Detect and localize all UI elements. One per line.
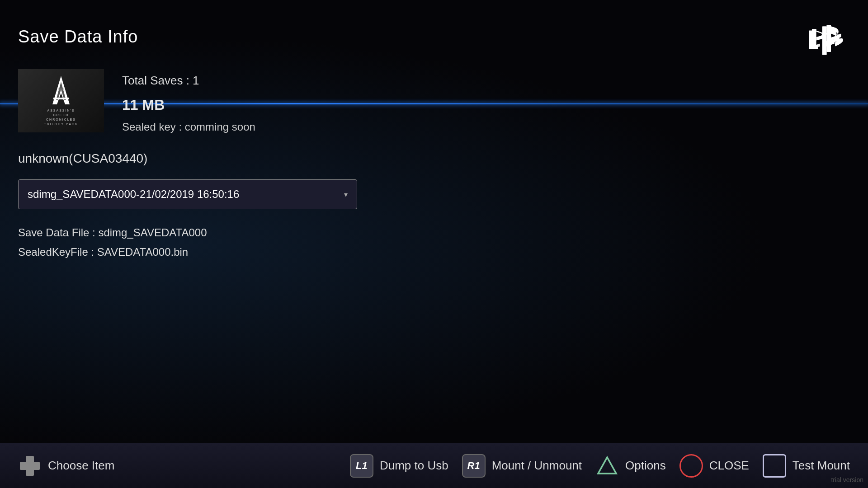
test-mount-label: Test Mount <box>793 459 850 473</box>
options-btn[interactable]: Options <box>595 454 666 478</box>
main-content: Save Data Info ASSASSIN'SCREEDC <box>0 0 868 443</box>
file-info: Save Data File : sdimg_SAVEDATA000 Seale… <box>18 223 850 262</box>
circle-icon <box>679 454 703 478</box>
close-btn[interactable]: CLOSE <box>679 454 749 478</box>
mount-unmount-btn[interactable]: R1 Mount / Unmount <box>462 454 582 478</box>
dropdown-value: sdimg_SAVEDATA000-21/02/2019 16:50:16 <box>28 188 239 201</box>
triangle-icon <box>595 454 619 478</box>
dropdown-container[interactable]: sdimg_SAVEDATA000-21/02/2019 16:50:16 ▾ <box>18 179 357 209</box>
svg-rect-9 <box>58 89 64 89</box>
save-data-file-label: Save Data File : sdimg_SAVEDATA000 <box>18 223 850 242</box>
r1-icon: R1 <box>462 454 486 478</box>
choose-item-btn[interactable]: Choose Item <box>18 454 114 478</box>
game-info-section: ASSASSIN'SCREEDCHRONICLESTRILOGY PACK To… <box>18 69 850 133</box>
savedata-dropdown[interactable]: sdimg_SAVEDATA000-21/02/2019 16:50:16 ▾ <box>18 179 357 209</box>
square-icon <box>763 454 786 478</box>
choose-item-label: Choose Item <box>48 459 114 473</box>
svg-rect-8 <box>53 98 69 99</box>
test-mount-btn[interactable]: Test Mount <box>763 454 850 478</box>
close-label: CLOSE <box>709 459 749 473</box>
sealed-key-file-label: SealedKeyFile : SAVEDATA000.bin <box>18 242 850 262</box>
dump-to-usb-btn[interactable]: L1 Dump to Usb <box>350 454 448 478</box>
page-title: Save Data Info <box>18 27 850 47</box>
game-id: unknown(CUSA03440) <box>18 151 850 166</box>
sealed-key: Sealed key : comming soon <box>122 121 850 133</box>
l1-icon: L1 <box>350 454 373 478</box>
game-thumbnail: ASSASSIN'SCREEDCHRONICLESTRILOGY PACK <box>18 69 104 132</box>
dropdown-arrow-icon: ▾ <box>344 190 348 199</box>
bottom-bar: Choose Item L1 Dump to Usb R1 Mount / Un… <box>0 443 868 488</box>
svg-marker-10 <box>598 457 616 474</box>
dump-to-usb-label: Dump to Usb <box>380 459 448 473</box>
dpad-icon <box>18 454 42 478</box>
bottom-controls: L1 Dump to Usb R1 Mount / Unmount Option… <box>350 454 850 478</box>
svg-marker-6 <box>52 76 70 104</box>
total-saves: Total Saves : 1 <box>122 74 850 88</box>
options-label: Options <box>625 459 666 473</box>
mount-unmount-label: Mount / Unmount <box>492 459 582 473</box>
game-details: Total Saves : 1 11 MB Sealed key : commi… <box>122 69 850 133</box>
trial-watermark: trial version <box>831 476 863 483</box>
game-thumbnail-text: ASSASSIN'SCREEDCHRONICLESTRILOGY PACK <box>44 108 78 126</box>
file-size: 11 MB <box>122 97 850 113</box>
